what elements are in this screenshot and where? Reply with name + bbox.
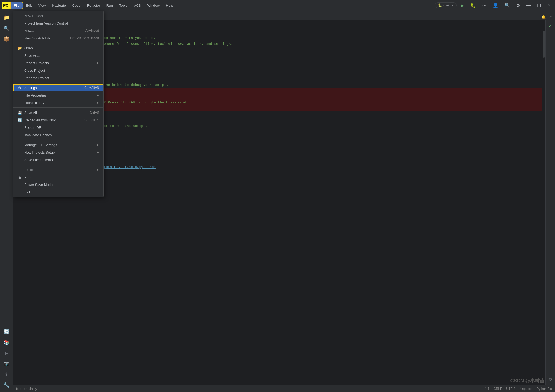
indent-setting[interactable]: 4 spaces: [520, 387, 532, 391]
menu-item-project-from-vcs[interactable]: Project from Version Control...: [13, 19, 103, 27]
icon-bar-search[interactable]: 🔍: [2, 23, 11, 33]
menu-item-exit[interactable]: Exit: [13, 188, 103, 196]
menu-item-close-project[interactable]: Close Project: [13, 67, 103, 74]
icon-bar-git[interactable]: 🔄: [2, 327, 11, 337]
git-icon[interactable]: ↺: [548, 376, 553, 383]
file-label: main.py: [26, 387, 37, 391]
divider-4: [13, 140, 103, 140]
menu-tools[interactable]: Tools: [116, 2, 130, 9]
menu-item-file-properties[interactable]: File Properties ▶: [13, 91, 103, 99]
menu-vcs[interactable]: VCS: [130, 2, 144, 9]
tab-bar-more-icon[interactable]: ⋯: [534, 14, 539, 20]
icon-bar-packages[interactable]: 📦: [2, 34, 11, 44]
menu-item-close-label: Close Project: [24, 69, 45, 73]
maximize-button[interactable]: ☐: [535, 2, 543, 9]
menu-run[interactable]: Run: [103, 2, 116, 9]
run-button[interactable]: ▶: [459, 2, 466, 9]
menu-item-invalidate-caches[interactable]: Invalidate Caches...: [13, 131, 103, 139]
python-icon: 🐍: [438, 3, 442, 7]
icon-bar-info[interactable]: ℹ: [2, 370, 11, 379]
menu-item-print[interactable]: 🖨 Print...: [13, 173, 103, 181]
check-icon[interactable]: ✓: [548, 22, 553, 30]
new-shortcut: Alt+Insert: [85, 29, 99, 33]
menu-item-open-label: Open...: [24, 46, 36, 50]
file-dropdown-menu: New Project... Project from Version Cont…: [13, 11, 104, 197]
icon-bar-bottom: 🔄 📚 ▶ 📷 ℹ 🔧: [2, 327, 11, 390]
menu-item-new-scratch[interactable]: New Scratch File Ctrl+Alt+Shift+Insert: [13, 34, 103, 42]
code-line-12: # Press the green button in the gutter t…: [29, 123, 545, 129]
recent-arrow: ▶: [97, 61, 99, 65]
icon-bar-folder[interactable]: 📁: [2, 13, 11, 22]
code-line-17: [29, 170, 545, 176]
tab-bar-external-icon[interactable]: ↗: [548, 14, 553, 20]
icon-bar-camera[interactable]: 📷: [2, 359, 11, 369]
cursor-position[interactable]: 1:1: [485, 387, 489, 391]
tab-bar-bell-icon[interactable]: 🔔: [540, 14, 547, 20]
run-badge[interactable]: 🐍 main ▾: [435, 2, 457, 8]
icon-bar-run-bottom[interactable]: ▶: [2, 348, 11, 358]
menu-item-new-projects-setup[interactable]: New Projects Setup ▶: [13, 149, 103, 156]
code-line-1: # This is a sample Python script.: [29, 23, 545, 29]
code-line-10: [29, 111, 545, 117]
menu-item-settings[interactable]: ⚙ Settings... Ctrl+Alt+S: [13, 84, 103, 91]
menu-bar: File Edit View Navigate Code Refactor Ru…: [11, 2, 176, 9]
menu-edit[interactable]: Edit: [23, 2, 35, 9]
search-button[interactable]: 🔍: [502, 2, 512, 9]
code-line-16: # See PyCharm help at https://www.jetbra…: [29, 164, 545, 170]
profile-button[interactable]: 👤: [491, 2, 500, 9]
menu-item-power-save[interactable]: Power Save Mode: [13, 181, 103, 188]
menu-item-recent-projects[interactable]: Recent Projects ▶: [13, 59, 103, 67]
code-line-13: ▶ if __name__ == '__main__':: [29, 129, 545, 153]
menu-item-open[interactable]: 📂 Open...: [13, 44, 103, 52]
menu-item-save-as[interactable]: Save As...: [13, 52, 103, 59]
line-ending[interactable]: CRLF: [494, 387, 502, 391]
menu-view[interactable]: View: [35, 2, 49, 9]
menu-item-repair-ide[interactable]: Repair IDE: [13, 124, 103, 131]
code-content: # This is a sample Python script. # Pres…: [27, 20, 545, 385]
menu-item-rename-label: Rename Project...: [24, 76, 52, 80]
icon-bar: 📁 🔍 📦 ⋯ 🔄 📚 ▶ 📷 ℹ 🔧: [0, 11, 13, 392]
menu-item-export-label: Export: [24, 168, 34, 172]
settings-shortcut: Ctrl+Alt+S: [84, 86, 99, 90]
menu-item-rename-project[interactable]: Rename Project...: [13, 74, 103, 82]
menu-window[interactable]: Window: [144, 2, 163, 9]
charset[interactable]: UTF-8: [506, 387, 515, 391]
icon-bar-more[interactable]: ⋯: [2, 45, 11, 54]
menu-file[interactable]: File: [11, 2, 23, 9]
run-badge-arrow: ▾: [452, 3, 454, 7]
title-bar-right: 🐍 main ▾ ▶ 🐛 ⋯ 👤 🔍 ⚙ — ☐ ✕: [435, 2, 553, 9]
menu-item-local-history[interactable]: Local History ▶: [13, 99, 103, 106]
menu-item-history-label: Local History: [24, 101, 44, 105]
status-right: 1:1 CRLF UTF-8 4 spaces Python 3.x: [485, 387, 552, 391]
language-indicator[interactable]: Python 3.x: [537, 387, 552, 391]
code-line-2: [29, 29, 545, 35]
menu-item-new-project-label: New Project...: [24, 14, 46, 18]
menu-item-new-project[interactable]: New Project...: [13, 12, 103, 19]
menu-item-new[interactable]: New... Alt+Insert: [13, 27, 103, 34]
settings-button[interactable]: ⚙: [514, 2, 522, 9]
status-project[interactable]: test1 › main.py: [16, 387, 37, 391]
divider-1: [13, 43, 103, 43]
file-props-arrow: ▶: [97, 93, 99, 97]
code-line-9: print(f'Hi, {name}') # Press Ctrl+F8 to …: [29, 88, 545, 111]
menu-item-save-all[interactable]: 💾 Save All Ctrl+S: [13, 109, 103, 116]
more-button[interactable]: ⋯: [480, 2, 489, 9]
menu-item-new-setup-label: New Projects Setup: [24, 150, 55, 154]
mini-scrollbar: [542, 20, 545, 385]
icon-bar-layers[interactable]: 📚: [2, 338, 11, 347]
menu-code[interactable]: Code: [69, 2, 84, 9]
run-badge-label: main: [443, 3, 450, 7]
close-button[interactable]: ✕: [545, 2, 553, 9]
tab-bar-actions: ⋯ 🔔 ↗: [534, 14, 555, 20]
icon-bar-settings-bottom[interactable]: 🔧: [2, 380, 11, 390]
menu-refactor[interactable]: Refactor: [84, 2, 103, 9]
menu-help[interactable]: Help: [163, 2, 176, 9]
menu-item-reload-all[interactable]: 🔄 Reload All from Disk Ctrl+Alt+Y: [13, 116, 103, 124]
settings-menu-icon: ⚙: [17, 86, 22, 90]
menu-item-manage-ide[interactable]: Manage IDE Settings ▶: [13, 141, 103, 149]
debug-button[interactable]: 🐛: [468, 2, 478, 9]
minimize-button[interactable]: —: [524, 2, 533, 9]
menu-navigate[interactable]: Navigate: [49, 2, 69, 9]
menu-item-save-file-template[interactable]: Save File as Template...: [13, 156, 103, 163]
menu-item-export[interactable]: Export ▶: [13, 166, 103, 173]
